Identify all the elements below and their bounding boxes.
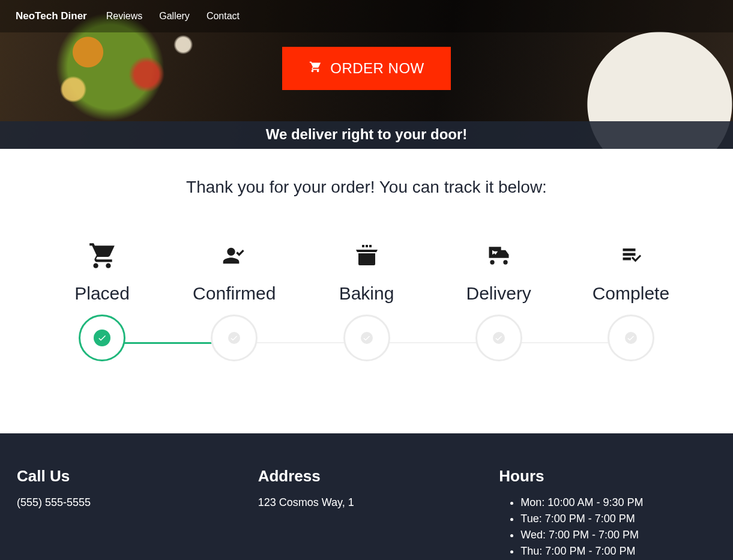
footer-phone[interactable]: (555) 555-5555 bbox=[17, 496, 234, 509]
footer-hours-list: Mon: 10:00 AM - 9:30 PM Tue: 7:00 PM - 7… bbox=[499, 496, 716, 558]
svg-point-3 bbox=[625, 332, 637, 344]
brand-title[interactable]: NeoTech Diner bbox=[16, 10, 87, 22]
step-label: Confirmed bbox=[193, 283, 276, 304]
nav-link-contact[interactable]: Contact bbox=[207, 11, 240, 22]
svg-point-0 bbox=[228, 332, 240, 344]
footer-hours: Hours Mon: 10:00 AM - 9:30 PM Tue: 7:00 … bbox=[499, 467, 716, 560]
cooking-pot-icon bbox=[352, 239, 382, 272]
check-icon bbox=[624, 331, 638, 345]
person-check-icon bbox=[219, 239, 250, 272]
hours-item: Tue: 7:00 PM - 7:00 PM bbox=[520, 513, 716, 525]
footer-address-title: Address bbox=[258, 467, 475, 486]
progress-tracker: Placed Confirmed Baking bbox=[36, 239, 697, 361]
order-tracking-section: Thank you for your order! You can track … bbox=[0, 149, 733, 433]
hero-section: NeoTech Diner Reviews Gallery Contact OR… bbox=[0, 0, 733, 149]
step-bubble bbox=[343, 315, 390, 361]
footer: Call Us (555) 555-5555 Address 123 Cosmo… bbox=[0, 433, 733, 560]
step-bubble bbox=[608, 315, 654, 361]
hours-item: Thu: 7:00 PM - 7:00 PM bbox=[520, 545, 716, 558]
step-bubble bbox=[211, 315, 258, 361]
step-label: Complete bbox=[593, 283, 669, 304]
step-label: Baking bbox=[339, 283, 394, 304]
hours-item: Mon: 10:00 AM - 9:30 PM bbox=[520, 496, 716, 509]
thank-you-message: Thank you for your order! You can track … bbox=[36, 178, 697, 197]
footer-call-title: Call Us bbox=[17, 467, 234, 486]
step-label: Placed bbox=[74, 283, 130, 304]
checklist-icon bbox=[614, 239, 648, 272]
nav-link-gallery[interactable]: Gallery bbox=[159, 11, 190, 22]
check-icon bbox=[94, 330, 110, 346]
delivery-truck-icon bbox=[482, 239, 516, 272]
hours-item: Wed: 7:00 PM - 7:00 PM bbox=[520, 529, 716, 541]
step-bubble-active bbox=[79, 315, 125, 361]
delivery-banner: We deliver right to your door! bbox=[0, 121, 733, 149]
nav-link-reviews[interactable]: Reviews bbox=[106, 11, 142, 22]
order-now-label: ORDER NOW bbox=[330, 60, 424, 77]
svg-point-1 bbox=[361, 332, 373, 344]
order-now-button[interactable]: ORDER NOW bbox=[282, 47, 451, 90]
order-button-container: ORDER NOW bbox=[0, 32, 733, 90]
navbar: NeoTech Diner Reviews Gallery Contact bbox=[0, 0, 733, 32]
check-icon bbox=[227, 331, 241, 345]
cart-icon bbox=[309, 60, 322, 77]
footer-call: Call Us (555) 555-5555 bbox=[17, 467, 234, 560]
svg-point-2 bbox=[493, 332, 505, 344]
step-label: Delivery bbox=[466, 283, 531, 304]
shopping-cart-icon bbox=[86, 239, 118, 272]
check-icon bbox=[360, 331, 374, 345]
footer-address: Address 123 Cosmos Way, 1 bbox=[258, 467, 475, 560]
delivery-banner-text: We deliver right to your door! bbox=[266, 126, 468, 142]
footer-hours-title: Hours bbox=[499, 467, 716, 486]
footer-address-text: 123 Cosmos Way, 1 bbox=[258, 496, 475, 509]
step-bubble bbox=[475, 315, 522, 361]
check-icon bbox=[492, 331, 506, 345]
